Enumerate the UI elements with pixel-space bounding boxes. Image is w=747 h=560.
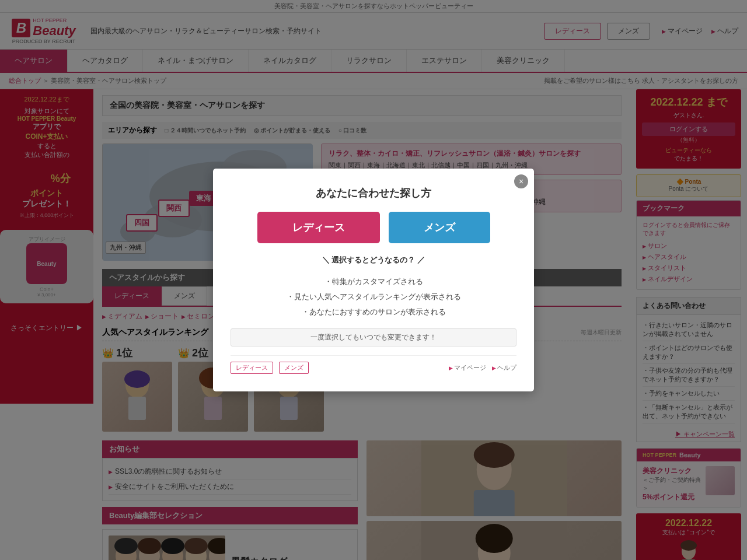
modal-title: あなたに合わせた探し方 xyxy=(231,186,516,200)
modal-benefit-2: 見たい人気ヘアスタイルランキングが表示される xyxy=(231,289,516,304)
modal-dialog: × あなたに合わせた探し方 レディース メンズ ＼ 選択するとどうなるの？ ／ … xyxy=(213,169,534,391)
modal-help-link[interactable]: ヘルプ xyxy=(492,363,516,372)
modal-footer-ladies-link[interactable]: レディース xyxy=(231,362,273,374)
modal-benefits-list: 特集がカスタマイズされる 見たい人気ヘアスタイルランキングが表示される あなたに… xyxy=(231,274,516,320)
modal-footer: レディース メンズ マイページ ヘルプ xyxy=(231,355,516,374)
modal-footer-links: レディース メンズ xyxy=(231,362,309,374)
modal-mypage-link[interactable]: マイページ xyxy=(449,363,486,372)
modal-benefit-3: あなたにおすすめのサロンが表示される xyxy=(231,304,516,320)
modal-reminder: 一度選択してもいつでも変更できます！ xyxy=(231,328,516,346)
modal-ladies-button[interactable]: レディース xyxy=(257,212,380,243)
modal-overlay[interactable]: × あなたに合わせた探し方 レディース メンズ ＼ 選択するとどうなるの？ ／ … xyxy=(0,0,747,560)
modal-select-info: ＼ 選択するとどうなるの？ ／ xyxy=(231,255,516,265)
modal-close-button[interactable]: × xyxy=(514,174,528,188)
modal-button-group: レディース メンズ xyxy=(231,212,516,243)
modal-footer-mens-link[interactable]: メンズ xyxy=(279,362,309,374)
modal-mens-button[interactable]: メンズ xyxy=(389,212,490,243)
modal-footer-nav: マイページ ヘルプ xyxy=(449,363,516,372)
modal-benefit-1: 特集がカスタマイズされる xyxy=(231,274,516,289)
